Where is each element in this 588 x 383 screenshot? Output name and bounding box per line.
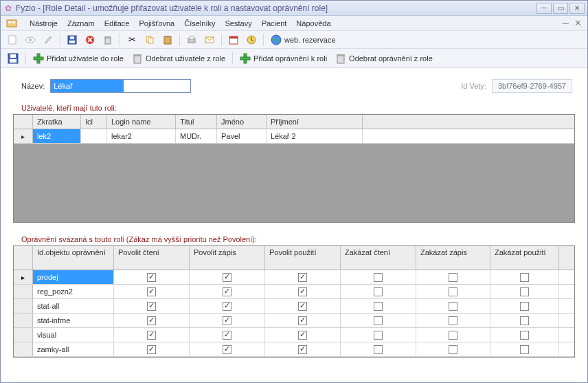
table-row[interactable]: reg_pozn2 (14, 285, 574, 299)
new-icon[interactable] (5, 33, 20, 47)
save-button[interactable] (5, 52, 21, 65)
checkbox[interactable] (223, 287, 231, 296)
view-icon[interactable] (23, 33, 38, 47)
restore-button[interactable]: ▭ (553, 3, 568, 14)
checkbox[interactable] (520, 331, 529, 340)
menu-napoveda[interactable]: Nápověda (296, 19, 330, 28)
checkbox[interactable] (147, 331, 156, 340)
cell-idobj[interactable]: prodej (33, 270, 114, 284)
cut-icon[interactable]: ✂ (124, 33, 139, 47)
checkbox[interactable] (147, 287, 156, 296)
mdi-minimize-button[interactable]: ─ (563, 18, 569, 28)
cell-titul[interactable]: MUDr. (176, 129, 217, 143)
checkbox[interactable] (223, 331, 231, 340)
minimize-button[interactable]: ─ (536, 3, 552, 14)
remove-perm-label: Odebrat oprávnění z role (349, 54, 433, 63)
menu-zaznam[interactable]: Záznam (67, 19, 95, 28)
menu-pojistovna[interactable]: Pojišťovna (139, 19, 174, 28)
menu-nastroje[interactable]: Nástroje (30, 19, 58, 28)
checkbox[interactable] (147, 273, 156, 282)
calendar-icon[interactable] (226, 33, 241, 47)
row-indicator-icon (14, 342, 33, 356)
checkbox[interactable] (298, 331, 307, 340)
add-user-label: Přidat uživatele do role (47, 54, 124, 63)
checkbox[interactable] (298, 316, 307, 325)
save-icon[interactable] (65, 33, 80, 47)
table-row[interactable]: visual (14, 328, 574, 342)
table-row[interactable]: stat-infme (14, 314, 574, 328)
checkbox[interactable] (520, 316, 529, 325)
checkbox[interactable] (449, 273, 457, 282)
checkbox[interactable] (374, 331, 383, 340)
remove-perm-button[interactable]: Odebrat oprávnění z role (332, 52, 436, 65)
checkbox[interactable] (374, 302, 383, 311)
checkbox[interactable] (298, 287, 307, 296)
checkbox[interactable] (147, 302, 156, 311)
cell-jmeno[interactable]: Pavel (217, 129, 267, 143)
menu-pacient[interactable]: Pacient (262, 19, 287, 28)
checkbox[interactable] (223, 273, 231, 282)
checkbox[interactable] (298, 302, 307, 311)
name-input[interactable]: Lékař (50, 79, 191, 93)
cell-idobj[interactable]: stat-all (33, 299, 114, 313)
clock-icon[interactable] (244, 33, 259, 47)
remove-user-button[interactable]: Odebrat uživatele z role (129, 52, 228, 65)
cell-idobj[interactable]: reg_pozn2 (33, 285, 114, 298)
users-grid[interactable]: ZkratkaIclLogin nameTitulJménoPříjmení ▸… (14, 115, 574, 222)
cell-idobj[interactable]: zamky-all (33, 342, 114, 356)
add-perm-button[interactable]: Přidat oprávnění k roli (237, 52, 330, 65)
svg-rect-13 (148, 38, 153, 43)
close-button[interactable]: ✕ (569, 3, 585, 14)
checkbox[interactable] (298, 273, 307, 282)
paste-icon[interactable] (160, 33, 175, 47)
mail-icon[interactable] (202, 33, 217, 47)
perms-section-title: Oprávnění svázaná s touto rolí (Zákaz má… (21, 235, 579, 243)
cell-zkratka[interactable]: lek2 (33, 129, 81, 143)
table-row[interactable]: ▸lek2lekar2MUDr.PavelLékař 2 (14, 129, 574, 144)
cancel-icon[interactable] (82, 33, 98, 47)
checkbox[interactable] (449, 287, 457, 296)
checkbox[interactable] (223, 316, 231, 325)
table-row[interactable]: stat-all (14, 299, 574, 314)
table-row[interactable]: zamky-all (14, 342, 574, 357)
cell-idobj[interactable]: visual (33, 328, 114, 342)
delete-icon[interactable] (100, 33, 115, 47)
cell-login[interactable]: lekar2 (107, 129, 176, 143)
checkbox[interactable] (374, 316, 383, 325)
checkbox[interactable] (374, 287, 383, 296)
row-indicator-icon (14, 285, 33, 298)
svg-rect-10 (105, 38, 111, 44)
checkbox[interactable] (147, 316, 156, 325)
checkbox[interactable] (298, 345, 307, 354)
web-reservation-button[interactable]: web. rezervace (268, 34, 339, 45)
svg-rect-8 (70, 36, 74, 39)
checkbox[interactable] (520, 345, 529, 354)
perms-grid[interactable]: Id.objektu oprávněníPovolit čteníPovolit… (14, 246, 574, 357)
cell-idobj[interactable]: stat-infme (33, 314, 114, 327)
menu-ciselniky[interactable]: Číselníky (184, 19, 215, 28)
cell-prijmeni[interactable]: Lékař 2 (267, 129, 363, 143)
checkbox[interactable] (520, 273, 529, 282)
checkbox[interactable] (147, 345, 156, 354)
trash-perm-icon (335, 53, 346, 64)
svg-rect-27 (34, 57, 43, 60)
mdi-close-button[interactable]: ✕ (574, 18, 582, 28)
cell-icl[interactable] (81, 129, 107, 143)
add-user-button[interactable]: Přidat uživatele do role (30, 52, 126, 65)
checkbox[interactable] (374, 345, 383, 354)
checkbox[interactable] (449, 316, 457, 325)
checkbox[interactable] (223, 302, 231, 311)
checkbox[interactable] (374, 273, 383, 282)
checkbox[interactable] (223, 345, 231, 354)
checkbox[interactable] (520, 302, 529, 311)
table-row[interactable]: ▸prodej (14, 270, 574, 285)
copy-icon[interactable] (142, 33, 157, 47)
checkbox[interactable] (449, 345, 457, 354)
checkbox[interactable] (449, 302, 457, 311)
checkbox[interactable] (520, 287, 529, 296)
print-icon[interactable] (184, 33, 199, 47)
menu-sestavy[interactable]: Sestavy (225, 19, 252, 28)
edit-icon[interactable] (41, 33, 56, 47)
menu-editace[interactable]: Editace (104, 19, 130, 28)
checkbox[interactable] (449, 331, 457, 340)
